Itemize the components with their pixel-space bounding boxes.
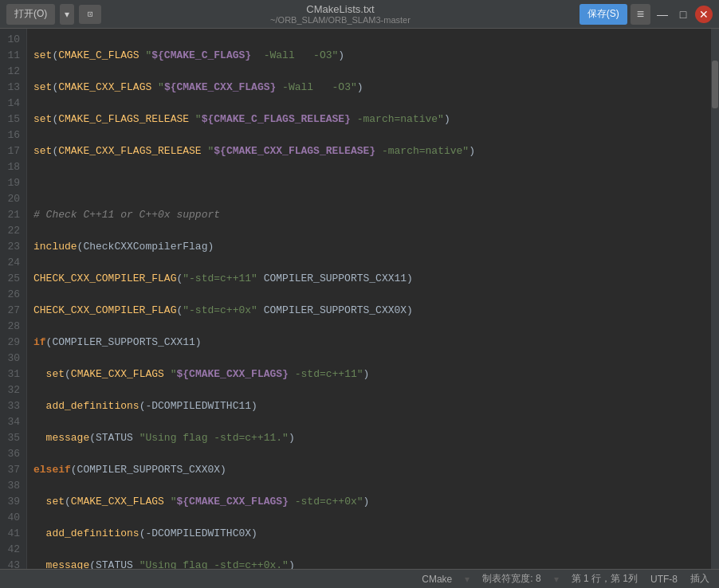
titlebar-left: 打开(O) ▾ ⊡ xyxy=(6,4,101,25)
code-line-10: set(CMAKE_C_FLAGS "${CMAKE_C_FLAGS} -Wal… xyxy=(33,48,705,64)
titlebar: 打开(O) ▾ ⊡ CMakeLists.txt ~/ORB_SLAM/ORB_… xyxy=(0,0,719,29)
vertical-scrollbar[interactable] xyxy=(711,29,719,569)
code-line-15: # Check C++11 or C++0x support xyxy=(33,207,705,223)
window-title: CMakeLists.txt xyxy=(101,3,579,15)
code-line-21: add_definitions(-DCOMPILEDWITHC11) xyxy=(33,398,705,414)
code-line-25: add_definitions(-DCOMPILEDWITHC0X) xyxy=(33,526,705,542)
save-button[interactable]: 保存(S) xyxy=(580,4,627,25)
titlebar-right: 保存(S) ≡ — □ ✕ xyxy=(580,4,713,25)
scrollbar-thumb[interactable] xyxy=(712,61,718,108)
code-line-13: set(CMAKE_CXX_FLAGS_RELEASE "${CMAKE_CXX… xyxy=(33,143,705,159)
menu-button[interactable]: ≡ xyxy=(631,4,650,25)
code-line-17: CHECK_CXX_COMPILER_FLAG("-std=c++11" COM… xyxy=(33,271,705,287)
editor: 10 11 12 13 14 15 16 17 18 19 20 21 22 2… xyxy=(0,29,719,569)
code-line-26: message(STATUS "Using flag -std=c++0x.") xyxy=(33,558,705,569)
open-button[interactable]: 打开(O) xyxy=(6,4,55,25)
open-dropdown[interactable]: ▾ xyxy=(60,4,74,25)
status-language[interactable]: CMake xyxy=(422,574,452,585)
code-line-12: set(CMAKE_C_FLAGS_RELEASE "${CMAKE_C_FLA… xyxy=(33,112,705,127)
status-tab-width[interactable]: 制表符宽度: 8 xyxy=(482,572,540,586)
line-numbers: 10 11 12 13 14 15 16 17 18 19 20 21 22 2… xyxy=(0,29,27,569)
status-encoding[interactable]: UTF-8 xyxy=(650,574,678,585)
code-line-14 xyxy=(33,175,705,191)
maximize-button[interactable]: □ xyxy=(674,6,692,23)
code-line-23: elseif(COMPILER_SUPPORTS_CXX0X) xyxy=(33,462,705,478)
code-line-18: CHECK_CXX_COMPILER_FLAG("-std=c++0x" COM… xyxy=(33,303,705,319)
minimize-button[interactable]: — xyxy=(654,6,671,23)
status-plugin[interactable]: 插入 xyxy=(690,572,709,586)
code-line-20: set(CMAKE_CXX_FLAGS "${CMAKE_CXX_FLAGS} … xyxy=(33,367,705,382)
titlebar-center: CMakeLists.txt ~/ORB_SLAM/ORB_SLAM3-mast… xyxy=(101,3,579,25)
close-button[interactable]: ✕ xyxy=(695,6,713,23)
code-line-24: set(CMAKE_CXX_FLAGS "${CMAKE_CXX_FLAGS} … xyxy=(33,494,705,510)
code-line-22: message(STATUS "Using flag -std=c++11.") xyxy=(33,430,705,446)
code-line-16: include(CheckCXXCompilerFlag) xyxy=(33,239,705,255)
code-area[interactable]: set(CMAKE_C_FLAGS "${CMAKE_C_FLAGS} -Wal… xyxy=(27,29,711,569)
statusbar: CMake ▾ 制表符宽度: 8 ▾ 第 1 行，第 1列 UTF-8 插入 xyxy=(0,569,719,588)
code-line-19: if(COMPILER_SUPPORTS_CXX11) xyxy=(33,335,705,351)
window-subtitle: ~/ORB_SLAM/ORB_SLAM3-master xyxy=(101,15,579,25)
code-line-11: set(CMAKE_CXX_FLAGS "${CMAKE_CXX_FLAGS} … xyxy=(33,80,705,96)
status-position[interactable]: 第 1 行，第 1列 xyxy=(572,572,638,586)
toolbar-extra[interactable]: ⊡ xyxy=(79,5,101,24)
